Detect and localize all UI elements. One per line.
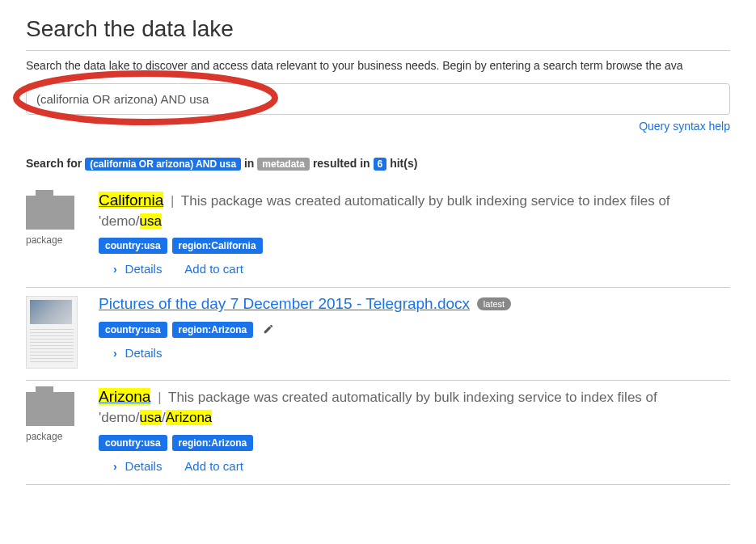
highlight: California [99,192,163,209]
tag[interactable]: region:Arizona [172,435,254,451]
chevron-right-icon: › [113,460,117,473]
package-icon [26,392,74,426]
thumb-caption: package [26,234,99,246]
package-icon [26,196,74,230]
page-subtitle: Search the data lake to discover and acc… [26,59,730,72]
details-link[interactable]: Details [125,262,163,276]
result-title-row: Pictures of the day 7 December 2015 - Te… [99,293,730,315]
summary-result-word: resulted in [313,157,370,170]
result-desc-mid: / [162,410,166,425]
result-title-row: Arizona | This package was created autom… [99,386,730,428]
version-badge: latest [477,297,511,310]
title-divider [26,50,730,51]
query-syntax-help-link[interactable]: Query syntax help [639,120,730,133]
details-link[interactable]: Details [125,459,163,473]
highlight: usa [140,410,162,425]
search-summary: Search for (california OR arizona) AND u… [26,157,730,170]
tag-row: country:usa region:Arizona [99,322,730,338]
page-title: Search the data lake [26,16,730,42]
edit-icon[interactable] [263,323,274,337]
chevron-right-icon: › [113,347,117,360]
add-to-cart-link[interactable]: Add to cart [184,459,243,473]
result-title-link[interactable]: Pictures of the day 7 December 2015 - Te… [99,295,470,312]
summary-in: in [244,157,254,170]
tag-row: country:usa region:California [99,238,730,254]
add-to-cart-link[interactable]: Add to cart [184,262,243,276]
document-thumbnail [26,296,78,369]
tag[interactable]: region:California [172,238,263,254]
result-desc: This package was created automatically b… [99,193,670,229]
tag[interactable]: country:usa [99,322,167,338]
summary-suffix: hit(s) [390,157,417,170]
search-input[interactable] [26,83,730,115]
details-link[interactable]: Details [125,346,163,360]
highlight: Arizona [99,388,150,405]
title-separator: | [158,390,161,405]
result-item: package Arizona | This package was creat… [26,381,730,483]
result-divider [26,484,730,485]
result-item: package California | This package was cr… [26,184,730,287]
chevron-right-icon: › [113,263,117,276]
title-separator: | [171,193,174,209]
highlight: usa [140,213,162,229]
result-item: Pictures of the day 7 December 2015 - Te… [26,288,730,380]
summary-scope-chip: metadata [257,158,310,171]
summary-query-chip: (california OR arizona) AND usa [85,158,241,171]
tag[interactable]: country:usa [99,435,167,451]
tag[interactable]: country:usa [99,238,167,254]
result-title-link[interactable]: California [99,192,163,209]
summary-prefix: Search for [26,157,82,170]
thumb-caption: package [26,431,99,442]
summary-count-chip: 6 [374,158,387,171]
result-title-row: California | This package was created au… [99,189,730,231]
tag-row: country:usa region:Arizona [99,435,730,451]
tag[interactable]: region:Arizona [172,322,254,338]
highlight: Arizona [166,410,213,425]
result-title-link[interactable]: Arizona [99,388,150,405]
